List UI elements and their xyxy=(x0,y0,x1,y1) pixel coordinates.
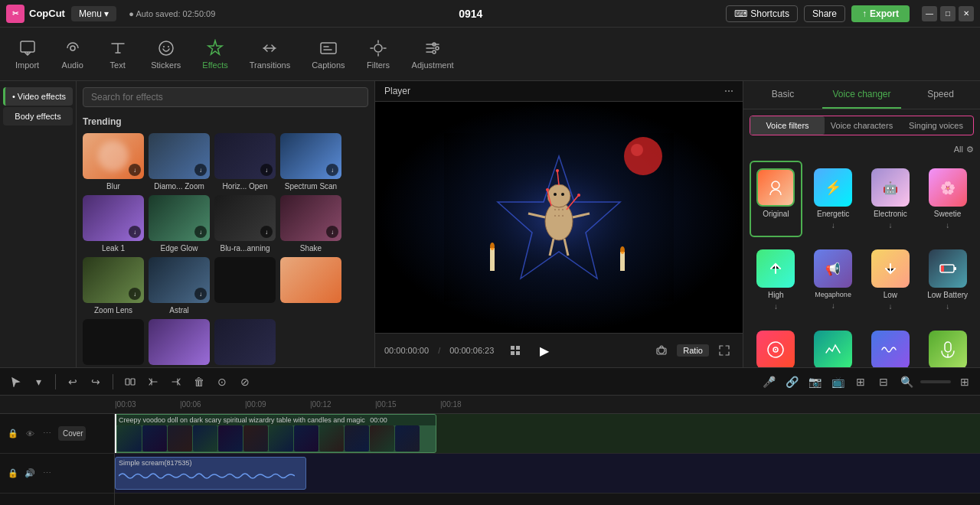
effect-horiz-open[interactable]: ↓ Horiz... Open xyxy=(214,133,276,191)
effect-15[interactable] xyxy=(214,319,276,367)
fullscreen-button[interactable] xyxy=(715,341,733,360)
mic-button[interactable]: 🎤 xyxy=(760,373,778,391)
effect-blur-scanning[interactable]: ↓ Blu-ra...anning xyxy=(214,195,276,252)
low-battery-icon xyxy=(929,249,967,288)
lock-audio-button[interactable]: 🔒 xyxy=(6,467,20,481)
effect-shake[interactable]: ↓ Shake xyxy=(280,195,341,252)
effects-search-input[interactable] xyxy=(83,87,368,107)
effect-13[interactable] xyxy=(83,319,144,367)
tool-adjustment[interactable]: Adjustment xyxy=(403,34,463,74)
zoom-slider[interactable] xyxy=(920,380,951,383)
voice-item-original[interactable]: Original xyxy=(750,161,802,237)
effect-blur[interactable]: ↓ Blur xyxy=(83,133,144,191)
menu-button[interactable]: Menu ▾ xyxy=(71,6,116,21)
shortcuts-button[interactable]: ⌨ Shortcuts xyxy=(726,5,798,22)
body-effects-button[interactable]: Body effects xyxy=(3,107,73,125)
effect-12[interactable] xyxy=(280,257,341,314)
effect-diamond-zoom[interactable]: ↓ Diamo... Zoom xyxy=(149,133,210,191)
mark-out-button[interactable]: ⊘ xyxy=(236,373,254,391)
select-arrow-button[interactable]: ▾ xyxy=(29,373,47,391)
camera-button[interactable]: 📷 xyxy=(805,373,824,391)
voice-item-sweetie[interactable]: 🌸 Sweetie ↓ xyxy=(921,161,974,237)
fit-button[interactable]: ⊞ xyxy=(956,373,974,391)
trim-right-button[interactable] xyxy=(167,373,185,391)
vc-tab-voice-filters[interactable]: Voice filters xyxy=(750,116,825,135)
play-button[interactable]: ▶ xyxy=(534,340,555,361)
effect-astral[interactable]: ↓ Astral xyxy=(149,257,210,314)
visibility-button[interactable]: 👁 xyxy=(23,427,37,441)
trim-left-button[interactable] xyxy=(144,373,162,391)
vc-tab-voice-characters[interactable]: Voice characters xyxy=(825,116,899,135)
undo-button[interactable]: ↩ xyxy=(64,373,82,391)
tracks-area: Creepy voodoo doll on dark scary spiritu… xyxy=(115,414,980,505)
video-clip[interactable]: Creepy voodoo doll on dark scary spiritu… xyxy=(115,414,436,453)
close-button[interactable]: ✕ xyxy=(959,6,974,21)
lock-track-button[interactable]: 🔒 xyxy=(6,427,20,441)
effect-11[interactable] xyxy=(214,257,276,314)
tool-audio[interactable]: Audio xyxy=(51,34,93,74)
voice-item-energetic[interactable]: ⚡ Energetic ↓ xyxy=(807,161,860,237)
more-options-icon[interactable]: ⋯ xyxy=(724,86,733,96)
audio-volume-button[interactable]: 🔊 xyxy=(23,467,37,481)
link-button[interactable]: 🔗 xyxy=(782,373,801,391)
delete-button[interactable]: 🗑 xyxy=(190,373,208,391)
tool-effects[interactable]: Effects xyxy=(193,34,237,74)
camera-settings-button[interactable] xyxy=(652,341,671,360)
split-track-button[interactable]: ⊞ xyxy=(851,373,870,391)
tab-voice-changer[interactable]: Voice changer xyxy=(822,81,901,109)
redo-button[interactable]: ↪ xyxy=(87,373,105,391)
track-icons: 🔒 👁 ⋯ xyxy=(6,427,54,441)
ratio-button[interactable]: Ratio xyxy=(677,344,709,357)
effect-leak1[interactable]: ↓ Leak 1 xyxy=(83,195,144,252)
minimize-button[interactable]: — xyxy=(922,6,937,21)
vc-tab-singing-voices[interactable]: Singing voices xyxy=(899,116,973,135)
voice-item-vinyl[interactable]: Vinyl ↓ xyxy=(750,323,802,367)
voice-item-low-battery[interactable]: Low Battery ↓ xyxy=(921,242,974,318)
svg-rect-38 xyxy=(516,351,520,355)
voice-item-lo-fi[interactable]: Lo-Fi xyxy=(807,323,860,367)
voice-item-low[interactable]: Low ↓ xyxy=(864,242,917,318)
effects-search-container xyxy=(77,81,374,113)
cover-button[interactable]: Cover xyxy=(58,426,86,441)
select-tool-button[interactable] xyxy=(6,373,24,391)
voice-item-high[interactable]: High ↓ xyxy=(750,242,802,318)
maximize-button[interactable]: □ xyxy=(940,6,956,21)
audio-clip[interactable]: Simple scream(817535) xyxy=(115,457,306,490)
voice-item-tremble[interactable]: Tremble xyxy=(864,323,917,367)
effect-14[interactable] xyxy=(149,319,210,367)
download-icon: ↓ xyxy=(129,164,141,176)
svg-point-1 xyxy=(70,46,75,50)
tool-text[interactable]: Text xyxy=(96,34,139,74)
more-button[interactable]: ⋯ xyxy=(40,427,54,441)
grid-view-button[interactable] xyxy=(506,341,524,360)
download-icon: ↓ xyxy=(260,164,273,176)
effect-edge-glow[interactable]: ↓ Edge Glow xyxy=(149,195,210,252)
ruler-00: |00:03 xyxy=(115,400,180,409)
filter-icon[interactable]: ⚙ xyxy=(966,145,974,155)
export-button[interactable]: ↑ Export xyxy=(851,5,910,22)
tool-stickers[interactable]: Stickers xyxy=(142,34,190,74)
screen-record-button[interactable]: 📺 xyxy=(828,373,847,391)
split-button[interactable] xyxy=(121,373,139,391)
ruler-01: |00:06 xyxy=(180,400,245,409)
effect-zoom-lens[interactable]: ↓ Zoom Lens xyxy=(83,257,144,314)
voice-item-mic-hog[interactable]: Mic Hog ↓ xyxy=(921,323,974,367)
audio-more-button[interactable]: ⋯ xyxy=(40,467,54,481)
share-button[interactable]: Share xyxy=(804,5,845,22)
tool-filters[interactable]: Filters xyxy=(358,34,400,74)
mark-in-button[interactable]: ⊙ xyxy=(213,373,231,391)
tool-captions[interactable]: Captions xyxy=(302,34,354,74)
effect-spectrum-scan[interactable]: ↓ Spectrum Scan xyxy=(280,133,341,191)
mic-hog-icon xyxy=(929,331,967,367)
svg-point-16 xyxy=(561,193,564,196)
voice-item-megaphone[interactable]: 📢 Megaphone ↓ xyxy=(807,242,860,318)
video-effects-button[interactable]: • Video effects xyxy=(3,87,73,106)
tab-speed[interactable]: Speed xyxy=(901,81,980,109)
tool-transitions[interactable]: Transitions xyxy=(240,34,299,74)
zoom-out-button[interactable]: 🔍 xyxy=(897,373,916,391)
tool-import[interactable]: Import xyxy=(6,34,48,74)
player-title: Player xyxy=(384,86,410,96)
voice-item-electronic[interactable]: 🤖 Electronic ↓ xyxy=(864,161,917,237)
copy-button[interactable]: ⊟ xyxy=(874,373,893,391)
tab-basic[interactable]: Basic xyxy=(743,81,822,109)
